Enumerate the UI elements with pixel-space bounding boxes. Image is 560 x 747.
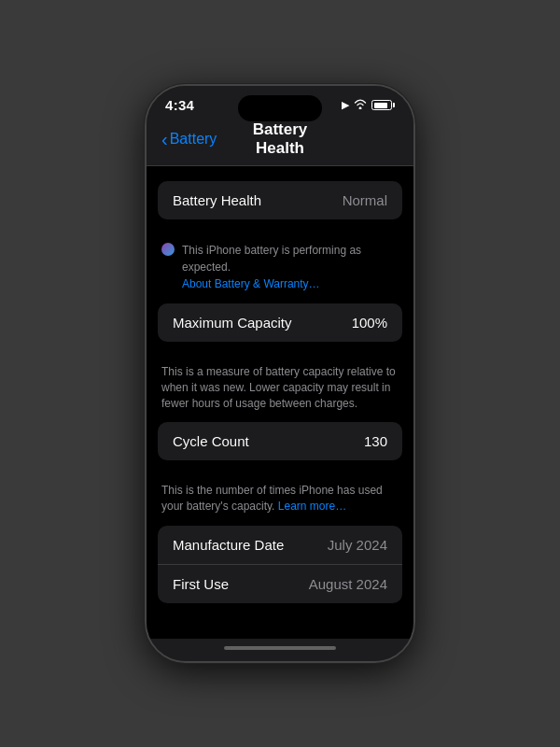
first-use-label: First Use xyxy=(173,576,229,592)
signal-icon: ▶ xyxy=(342,99,349,111)
back-label: Battery xyxy=(170,131,217,148)
cycle-count-label: Cycle Count xyxy=(173,433,249,449)
status-time: 4:34 xyxy=(165,97,194,113)
cycle-count-row: Cycle Count 130 xyxy=(158,422,402,460)
max-capacity-label: Maximum Capacity xyxy=(173,315,292,331)
manufacture-date-value: July 2024 xyxy=(328,537,387,553)
learn-more-link[interactable]: Learn more… xyxy=(278,500,346,513)
status-icons: ▶ xyxy=(342,99,395,112)
phone-frame: 4:34 ▶ ‹ Battery Battery Health xyxy=(145,84,415,663)
circle-indicator-icon xyxy=(161,243,175,256)
cycle-count-description: This is the number of times iPhone has u… xyxy=(147,475,413,526)
battery-health-value: Normal xyxy=(343,192,387,208)
home-indicator xyxy=(147,639,413,661)
first-use-value: August 2024 xyxy=(309,576,387,592)
cycle-count-value: 130 xyxy=(364,433,387,449)
max-capacity-row: Maximum Capacity 100% xyxy=(158,303,402,342)
back-button[interactable]: ‹ Battery xyxy=(161,131,227,148)
battery-status-icon xyxy=(371,100,395,110)
battery-health-label: Battery Health xyxy=(173,192,261,208)
home-bar xyxy=(224,646,336,650)
battery-health-row: Battery Health Normal xyxy=(158,181,402,219)
battery-health-card: Battery Health Normal xyxy=(158,181,402,219)
manufacture-date-label: Manufacture Date xyxy=(173,537,284,553)
cycle-count-card: Cycle Count 130 xyxy=(158,422,402,460)
dates-card: Manufacture Date July 2024 First Use Aug… xyxy=(158,526,402,603)
max-capacity-card: Maximum Capacity 100% xyxy=(158,303,402,342)
battery-info-container: This iPhone battery is performing as exp… xyxy=(147,234,413,303)
chevron-left-icon: ‹ xyxy=(161,130,168,148)
navigation-bar: ‹ Battery Battery Health xyxy=(147,117,413,166)
battery-warranty-link[interactable]: About Battery & Warranty… xyxy=(182,277,320,290)
manufacture-date-row: Manufacture Date July 2024 xyxy=(158,526,402,565)
dynamic-island xyxy=(238,95,322,121)
wifi-icon xyxy=(354,99,367,112)
first-use-row: First Use August 2024 xyxy=(158,565,402,603)
max-capacity-description: This is a measure of battery capacity re… xyxy=(147,357,413,422)
max-capacity-value: 100% xyxy=(352,315,387,331)
page-title: Battery Health xyxy=(227,120,333,158)
content-area: Battery Health Normal This iPhone batter… xyxy=(147,166,413,639)
battery-info-text: This iPhone battery is performing as exp… xyxy=(182,242,399,292)
